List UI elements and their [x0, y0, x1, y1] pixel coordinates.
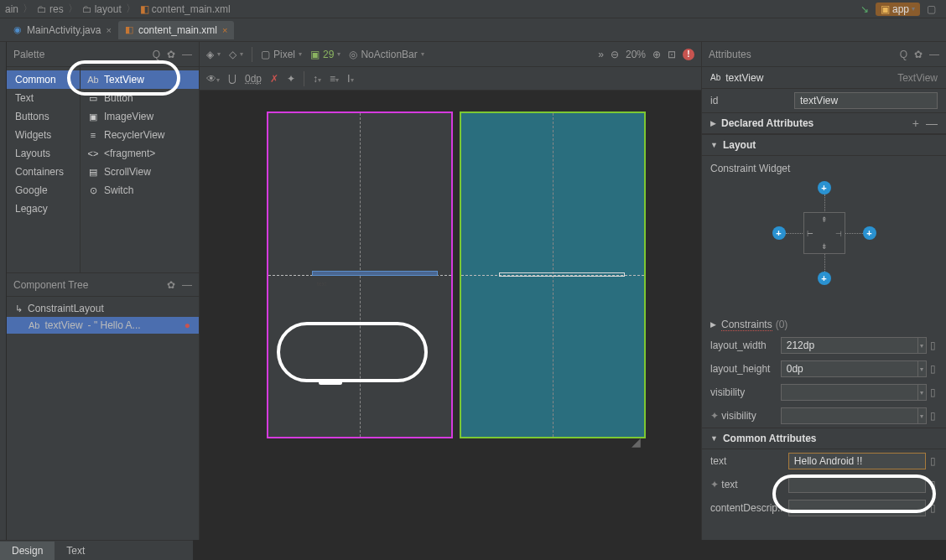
gear-icon[interactable]: ✿	[167, 49, 175, 60]
palette-item-fragment[interactable]: <><fragment>	[81, 144, 199, 163]
add-constraint-top[interactable]: +	[818, 181, 831, 194]
minimize-icon[interactable]: —	[182, 279, 192, 291]
pack-icon[interactable]: ↕▾	[313, 73, 321, 85]
flag-icon[interactable]: ▯	[929, 337, 938, 354]
infer-constraints-icon[interactable]: ✦	[287, 73, 295, 85]
textview-icon: Ab	[29, 320, 39, 330]
palette-item-imageview[interactable]: ▣ImageView	[81, 107, 199, 126]
constraint-inner-box[interactable]: ⇞ ⇟ ⊢ ⊣	[803, 212, 845, 254]
tools-text-input[interactable]	[788, 476, 926, 493]
palette-item-button[interactable]: ▭Button	[81, 89, 199, 107]
zoom-fit-icon[interactable]: ⊡	[668, 49, 676, 60]
id-input[interactable]	[794, 92, 938, 109]
breadcrumb-item[interactable]: 🗀res	[35, 3, 65, 15]
contentdescription-input[interactable]	[788, 500, 926, 516]
dropdown-icon[interactable]: ▾	[918, 337, 927, 354]
switch-icon: ⊙	[87, 185, 99, 196]
layout-width-input[interactable]	[781, 337, 918, 354]
minimize-icon[interactable]: —	[929, 49, 939, 60]
error-icon[interactable]: ●	[185, 319, 190, 331]
blueprint-surface[interactable]: ◢	[460, 111, 646, 438]
text-input[interactable]	[788, 453, 926, 469]
build-icon[interactable]: ↘	[860, 3, 869, 15]
flag-icon[interactable]: ▯	[929, 384, 938, 401]
device-selector[interactable]: ▢ Pixel▾	[261, 49, 302, 60]
design-canvas[interactable]: text ◢	[200, 91, 701, 540]
palette-item-scrollview[interactable]: ▤ScrollView	[81, 163, 199, 181]
add-constraint-left[interactable]: +	[772, 226, 786, 240]
align-icon[interactable]: ≡▾	[330, 73, 339, 85]
more-icon[interactable]: »	[598, 49, 604, 60]
close-icon[interactable]: ×	[106, 25, 111, 35]
section-declared-attributes[interactable]: ▶ Declared Attributes +—	[702, 112, 946, 134]
breadcrumb-item[interactable]: ain	[3, 3, 20, 15]
bottom-tab-design[interactable]: Design	[0, 542, 55, 560]
xml-file-icon: ◧	[140, 3, 149, 15]
editor-tab[interactable]: ◧ content_main.xml ×	[118, 21, 234, 39]
orientation-selector[interactable]: ◇▾	[229, 49, 243, 60]
gear-icon[interactable]: ✿	[914, 49, 923, 60]
clear-constraints-icon[interactable]: ✗	[270, 73, 278, 85]
magnet-icon[interactable]: ⋃	[228, 73, 236, 85]
visibility-input[interactable]	[781, 384, 918, 401]
spring-icon: ⊢	[807, 230, 813, 238]
add-icon[interactable]: +	[912, 117, 919, 130]
add-constraint-bottom[interactable]: +	[818, 272, 831, 285]
default-margin[interactable]: 0dp	[245, 73, 262, 85]
api-selector[interactable]: ▣ 29▾	[310, 49, 340, 60]
search-icon[interactable]: Q	[900, 49, 907, 60]
section-constraints[interactable]: ▶ Constraints (0)	[702, 315, 946, 334]
tree-root[interactable]: ↳ ConstraintLayout	[7, 300, 199, 317]
remove-icon[interactable]: —	[926, 117, 938, 130]
design-surface-selector[interactable]: ◈▾	[206, 49, 221, 60]
textview-widget[interactable]	[312, 271, 438, 276]
dropdown-icon[interactable]: ▾	[918, 384, 927, 401]
layout-height-input[interactable]	[781, 360, 918, 377]
search-icon[interactable]: Q	[153, 49, 160, 60]
dropdown-icon[interactable]: ▾	[918, 407, 927, 424]
palette-item-textview[interactable]: AbTextView	[81, 70, 199, 89]
close-icon[interactable]: ×	[222, 25, 227, 35]
palette-item-recyclerview[interactable]: ≡RecyclerView	[81, 126, 199, 144]
theme-selector[interactable]: ◎ NoActionBar▾	[349, 49, 424, 60]
add-constraint-right[interactable]: +	[863, 226, 876, 240]
flag-icon[interactable]: ▯	[929, 360, 938, 377]
breadcrumb-item[interactable]: ◧content_main.xml	[138, 3, 232, 15]
palette-cat-text[interactable]: Text	[7, 89, 80, 107]
error-badge[interactable]: !	[683, 49, 694, 60]
tree-child-textview[interactable]: Ab textView- " Hello A... ●	[7, 317, 199, 334]
tools-visibility-input[interactable]	[781, 407, 918, 424]
zoom-in-icon[interactable]: ⊕	[652, 49, 661, 60]
zoom-out-icon[interactable]: ⊖	[611, 49, 619, 60]
constraint-widget[interactable]: ⇞ ⇟ ⊢ ⊣ + + + +	[774, 183, 875, 283]
device-selector-icon[interactable]: ▢	[927, 3, 936, 15]
palette-cat-legacy[interactable]: Legacy	[7, 200, 80, 218]
palette-cat-common[interactable]: Common	[7, 70, 80, 89]
palette-cat-layouts[interactable]: Layouts	[7, 144, 80, 163]
palette-cat-google[interactable]: Google	[7, 181, 80, 200]
section-layout[interactable]: ▼ Layout	[702, 134, 946, 156]
palette-cat-buttons[interactable]: Buttons	[7, 107, 80, 126]
bottom-tab-text[interactable]: Text	[55, 542, 96, 560]
palette-cat-widgets[interactable]: Widgets	[7, 126, 80, 144]
gear-icon[interactable]: ✿	[167, 279, 175, 291]
palette-item-switch[interactable]: ⊙Switch	[81, 181, 199, 200]
guidelines-icon[interactable]: Ⅰ▾	[347, 73, 354, 85]
resize-handle-icon[interactable]: ◢	[632, 435, 641, 449]
breadcrumb-item[interactable]: 🗀layout	[81, 3, 123, 15]
view-options-icon[interactable]: 👁▾	[206, 73, 220, 85]
dropdown-icon[interactable]: ▾	[918, 360, 927, 377]
section-common-attributes[interactable]: ▼ Common Attributes	[702, 428, 946, 449]
flag-icon[interactable]: ▯	[928, 476, 938, 493]
editor-tab[interactable]: ◉ MainActivity.java ×	[7, 21, 118, 39]
flag-icon[interactable]: ▯	[929, 407, 938, 424]
textview-widget-blueprint[interactable]	[499, 272, 625, 277]
minimize-icon[interactable]: —	[182, 49, 192, 60]
design-surface[interactable]: text	[267, 111, 453, 438]
palette-cat-containers[interactable]: Containers	[7, 163, 80, 181]
run-config-selector[interactable]: ▣app▾	[876, 3, 920, 16]
attr-row-tools-visibility: ✦ visibility ▾ ▯	[702, 404, 946, 428]
flag-icon[interactable]: ▯	[928, 500, 938, 516]
flag-icon[interactable]: ▯	[928, 453, 938, 469]
fragment-icon: <>	[87, 148, 99, 158]
